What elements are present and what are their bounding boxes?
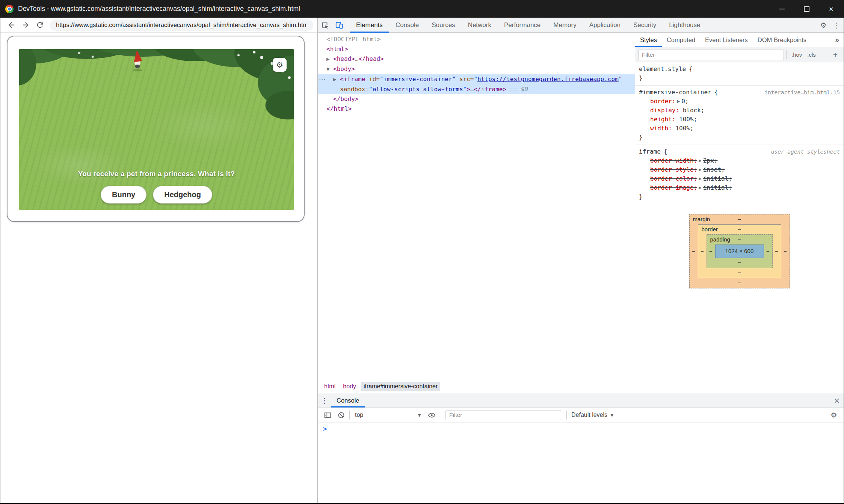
console-sidebar-toggle-button[interactable] xyxy=(321,408,334,422)
css-property-overridden[interactable]: border-width:▶2px; xyxy=(639,156,840,165)
clear-console-button[interactable] xyxy=(334,408,348,422)
forward-button[interactable] xyxy=(18,19,33,32)
tab-console[interactable]: Console xyxy=(389,18,425,33)
dom-node-html-open[interactable]: <html> xyxy=(318,44,635,54)
device-toolbar-button[interactable] xyxy=(332,18,346,33)
styles-filter-input[interactable] xyxy=(638,50,784,60)
styles-rules: element.style{ } #immersive-container{in… xyxy=(635,62,844,393)
browser-window: DevTools - www.gstatic.com/assistant/int… xyxy=(0,0,844,504)
css-property-overridden[interactable]: border-style:▶inset; xyxy=(639,165,840,174)
hedgehog-button[interactable]: Hedgehog xyxy=(153,186,212,204)
sidebar-toggle-icon xyxy=(324,411,332,419)
tab-styles[interactable]: Styles xyxy=(635,33,662,47)
tab-security[interactable]: Security xyxy=(627,18,663,33)
rule-element-style[interactable]: element.style{ } xyxy=(635,62,844,86)
box-model-diagram[interactable]: margin− − border− − padding− xyxy=(689,214,790,288)
box-model-content-size[interactable]: 1024 × 600 xyxy=(715,244,764,258)
url-input[interactable] xyxy=(50,21,313,29)
css-property[interactable]: display: block; xyxy=(639,106,840,115)
expand-shorthand-icon[interactable]: ▶ xyxy=(699,177,702,181)
gnome-body xyxy=(135,65,140,68)
log-levels-dropdown[interactable]: Default levels▼ xyxy=(568,412,617,418)
box-model-padding[interactable]: padding− − 1024 × 600 − − xyxy=(707,234,773,268)
close-button[interactable]: × xyxy=(819,0,844,18)
game-settings-button[interactable]: ⚙ xyxy=(273,58,287,72)
iframe-line-2[interactable]: sandbox="allow-scripts allow-forms">…</i… xyxy=(318,85,635,94)
expand-arrow-icon[interactable]: ▶ xyxy=(333,75,340,85)
drawer-menu-button[interactable]: ⋮ xyxy=(318,396,331,404)
maximize-button[interactable] xyxy=(794,0,819,18)
box-model-border[interactable]: border− − padding− − 1024 × 600 xyxy=(698,224,781,278)
forward-icon xyxy=(21,21,30,29)
tab-network[interactable]: Network xyxy=(462,18,498,33)
toggle-hover-state-button[interactable]: :hov xyxy=(789,51,805,58)
dom-node-doctype[interactable]: <!DOCTYPE html> xyxy=(318,35,635,44)
stylesheet-source-link[interactable]: interactive…him.html:15 xyxy=(764,88,840,97)
divider xyxy=(349,410,350,419)
game-screen: ⚙ You receive a pet from a princess. Wha… xyxy=(19,49,294,210)
expand-arrow-icon[interactable]: ▶ xyxy=(326,54,333,64)
settings-button[interactable]: ⚙ xyxy=(817,21,830,29)
console-prompt[interactable]: > xyxy=(318,423,844,435)
expand-shorthand-icon[interactable]: ▶ xyxy=(699,158,702,163)
breadcrumb-iframe[interactable]: iframe#immersive-container xyxy=(361,382,440,391)
console-filter-input[interactable] xyxy=(445,410,561,420)
tab-lighthouse[interactable]: Lighthouse xyxy=(663,18,707,33)
iframe-line-1[interactable]: ▶<iframe id="immersive-container" src="h… xyxy=(318,74,635,85)
tab-memory[interactable]: Memory xyxy=(547,18,583,33)
reload-button[interactable] xyxy=(33,19,47,32)
breadcrumb-html[interactable]: html xyxy=(322,382,338,391)
tab-sources[interactable]: Sources xyxy=(425,18,461,33)
css-property-overridden[interactable]: border-image:▶initial; xyxy=(639,183,840,192)
rule-iframe-user-agent[interactable]: iframe{user agent stylesheet border-widt… xyxy=(635,145,844,204)
more-options-button[interactable]: ⋮ xyxy=(830,21,844,29)
more-tabs-icon[interactable]: » xyxy=(830,36,844,44)
close-drawer-button[interactable]: × xyxy=(830,396,844,404)
live-expression-button[interactable] xyxy=(425,408,438,422)
devtools-toolbar-right: ⚙ ⋮ xyxy=(817,21,844,29)
dom-node-iframe-selected[interactable]: ⋯ ▶<iframe id="immersive-container" src=… xyxy=(318,74,635,94)
url-bar[interactable] xyxy=(50,20,313,31)
expand-shorthand-icon[interactable]: ▶ xyxy=(699,167,702,172)
expand-shorthand-icon[interactable]: ▶ xyxy=(699,186,702,190)
window-title: DevTools - www.gstatic.com/assistant/int… xyxy=(18,5,300,13)
styles-pane: Styles Computed Event Listeners DOM Brea… xyxy=(635,33,844,393)
toggle-class-button[interactable]: .cls xyxy=(805,51,818,58)
rule-immersive-container[interactable]: #immersive-container{interactive…him.htm… xyxy=(635,86,844,145)
selector[interactable]: #immersive-container xyxy=(639,88,711,97)
tab-event-listeners[interactable]: Event Listeners xyxy=(700,33,753,47)
execution-context-selector[interactable]: top▼ xyxy=(351,412,425,418)
more-actions-icon[interactable]: ⋯ xyxy=(319,74,326,84)
console-drawer-tab[interactable]: Console xyxy=(331,393,365,407)
back-button[interactable] xyxy=(4,19,18,32)
css-property[interactable]: height: 100%; xyxy=(639,115,840,124)
dom-node-head[interactable]: ▶<head>…</head> xyxy=(318,54,635,64)
minimize-button[interactable] xyxy=(769,0,794,18)
tablet-mockup: ⚙ You receive a pet from a princess. Wha… xyxy=(7,36,305,222)
dom-node-html-close[interactable]: </html> xyxy=(318,104,635,114)
inspect-element-button[interactable] xyxy=(318,18,332,33)
breadcrumb-body[interactable]: body xyxy=(340,382,359,391)
css-property[interactable]: border:▶0; xyxy=(639,97,840,106)
console-toolbar: top▼ Default levels▼ ⚙ xyxy=(318,407,844,423)
tab-application[interactable]: Application xyxy=(583,18,627,33)
css-property[interactable]: width: 100%; xyxy=(639,124,840,133)
maximize-icon xyxy=(804,6,809,12)
minimize-icon xyxy=(779,9,785,9)
tab-dom-breakpoints[interactable]: DOM Breakpoints xyxy=(753,33,811,47)
iframe-src-link[interactable]: https://testgnomegarden.firebaseapp.com xyxy=(477,75,619,83)
dom-node-body-close[interactable]: </body> xyxy=(318,94,635,104)
bunny-button[interactable]: Bunny xyxy=(101,186,146,204)
dom-node-body-open[interactable]: ▼<body> xyxy=(318,64,635,74)
gear-icon: ⚙ xyxy=(830,411,837,419)
collapse-arrow-icon[interactable]: ▼ xyxy=(326,65,333,74)
expand-shorthand-icon[interactable]: ▶ xyxy=(677,99,680,103)
new-style-rule-button[interactable]: + xyxy=(830,50,841,59)
console-settings-button[interactable]: ⚙ xyxy=(827,411,841,419)
tab-computed[interactable]: Computed xyxy=(662,33,700,47)
selector[interactable]: element.style xyxy=(639,65,686,74)
tab-performance[interactable]: Performance xyxy=(498,18,547,33)
selector[interactable]: iframe xyxy=(639,147,661,156)
css-property-overridden[interactable]: border-color:▶initial; xyxy=(639,174,840,183)
tab-elements[interactable]: Elements xyxy=(350,18,389,33)
